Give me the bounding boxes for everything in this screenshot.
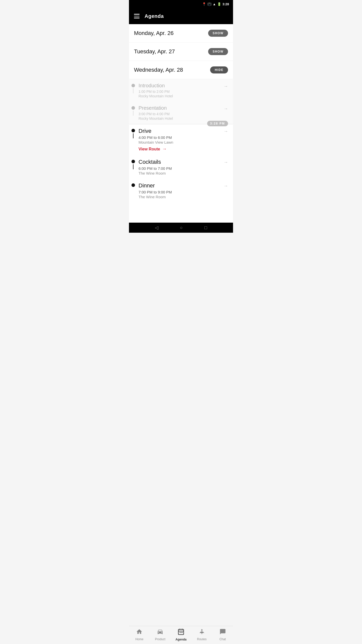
calendar-icon — [177, 628, 185, 637]
event-time-presentation: 3:00 PM to 4:00 PM — [139, 112, 221, 116]
event-title-drive: Drive — [139, 128, 221, 134]
nav-item-agenda[interactable]: Agenda — [171, 628, 192, 641]
event-time-dinner: 7:00 PM to 9:00 PM — [139, 190, 221, 194]
show-button-tuesday[interactable]: SHOW — [208, 48, 228, 55]
timeline-dot-active-drive — [131, 129, 135, 132]
vibrate-icon: 📳 — [207, 2, 211, 6]
timeline-dot-container-drive — [131, 128, 135, 138]
event-item-cocktails[interactable]: Cocktails 6:00 PM to 7:00 PM The Wine Ro… — [129, 155, 233, 179]
hide-button-wednesday[interactable]: HIDE — [210, 66, 228, 73]
timeline-dot-container — [131, 83, 135, 93]
location-icon: 📍 — [202, 2, 206, 6]
status-bar: 📍 📳 ▲ 🔋 3:28 — [129, 0, 233, 8]
view-route-label: View Route — [139, 147, 160, 151]
main-content: Monday, Apr. 26 SHOW Tuesday, Apr. 27 SH… — [129, 24, 233, 223]
hamburger-menu-button[interactable] — [134, 14, 140, 18]
timeline-line-active-drive — [133, 133, 133, 138]
page-title: Agenda — [145, 13, 164, 19]
nav-label-home: Home — [135, 637, 143, 641]
event-location-presentation: Rocky Mountain Hotel — [139, 116, 221, 120]
nav-item-product[interactable]: Product — [150, 628, 171, 641]
show-button-monday[interactable]: SHOW — [208, 30, 228, 37]
nav-item-chat[interactable]: Chat — [212, 628, 233, 641]
event-item-introduction[interactable]: Introduction 1:00 PM to 2:00 PM Rocky Mo… — [129, 79, 233, 102]
time-display: 3:28 — [222, 2, 229, 6]
event-item-drive[interactable]: Drive 4:00 PM to 6:00 PM Mountain View L… — [129, 124, 233, 155]
event-location-cocktails: The Wine Room — [139, 171, 221, 175]
nav-label-product: Product — [155, 637, 165, 641]
day-label-monday: Monday, Apr. 26 — [134, 30, 173, 36]
nav-label-agenda: Agenda — [175, 638, 187, 641]
event-title-presentation: Presentation — [139, 105, 221, 111]
timeline-line-cocktails — [133, 164, 133, 169]
timeline-dot-dinner — [131, 183, 135, 187]
event-arrow-presentation: → — [221, 106, 228, 111]
event-content-presentation: Presentation 3:00 PM to 4:00 PM Rocky Mo… — [139, 105, 221, 120]
home-icon — [136, 628, 143, 636]
active-events-section: Drive 4:00 PM to 6:00 PM Mountain View L… — [129, 124, 233, 203]
android-nav-bar: ◁ ○ □ — [129, 223, 233, 233]
day-label-wednesday: Wednesday, Apr. 28 — [134, 67, 183, 73]
day-row-tuesday: Tuesday, Apr. 27 SHOW — [129, 43, 233, 61]
timeline-line-past-presentation — [133, 111, 133, 116]
nav-label-chat: Chat — [219, 637, 226, 641]
battery-icon: 🔋 — [217, 2, 221, 6]
timeline-dot-container-cocktails — [131, 159, 135, 169]
event-content-dinner: Dinner 7:00 PM to 9:00 PM The Wine Room — [139, 182, 221, 199]
event-content-introduction: Introduction 1:00 PM to 2:00 PM Rocky Mo… — [139, 83, 221, 98]
day-row-monday: Monday, Apr. 26 SHOW — [129, 24, 233, 43]
svg-rect-4 — [179, 632, 180, 633]
event-arrow-cocktails: → — [221, 160, 228, 165]
event-arrow-drive: → — [221, 129, 228, 134]
timeline-line-past — [133, 88, 133, 93]
car-icon — [157, 628, 163, 636]
routes-icon — [199, 628, 205, 636]
event-location-drive: Mountain View Lawn — [139, 140, 221, 144]
timeline-dot-cocktails — [131, 160, 135, 163]
timeline-dot-container-presentation — [131, 105, 135, 116]
back-button[interactable]: ◁ — [155, 225, 158, 230]
hamburger-line — [134, 16, 140, 17]
event-title-cocktails: Cocktails — [139, 159, 221, 165]
chat-icon — [219, 628, 226, 636]
past-events-section: Introduction 1:00 PM to 2:00 PM Rocky Mo… — [129, 79, 233, 124]
event-location-introduction: Rocky Mountain Hotel — [139, 94, 221, 98]
event-time-introduction: 1:00 PM to 2:00 PM — [139, 90, 221, 94]
home-button[interactable]: ○ — [180, 225, 183, 230]
hamburger-line — [134, 14, 140, 15]
signal-icon: ▲ — [213, 2, 216, 6]
recent-button[interactable]: □ — [204, 225, 207, 230]
nav-label-routes: Routes — [197, 637, 207, 641]
event-title-dinner: Dinner — [139, 182, 221, 189]
timeline-dot-past — [131, 84, 135, 87]
timeline-dot-past-presentation — [131, 106, 135, 110]
status-icons: 📍 📳 ▲ 🔋 3:28 — [202, 2, 229, 6]
event-location-dinner: The Wine Room — [139, 195, 221, 199]
app-header: Agenda — [129, 8, 233, 24]
event-time-cocktails: 6:00 PM to 7:00 PM — [139, 166, 221, 171]
event-content-cocktails: Cocktails 6:00 PM to 7:00 PM The Wine Ro… — [139, 159, 221, 175]
timeline-dot-container-dinner — [131, 182, 135, 187]
event-item-dinner[interactable]: Dinner 7:00 PM to 9:00 PM The Wine Room … — [129, 179, 233, 203]
day-row-wednesday: Wednesday, Apr. 28 HIDE — [129, 61, 233, 79]
svg-rect-0 — [178, 629, 184, 634]
event-time-drive: 4:00 PM to 6:00 PM — [139, 135, 221, 140]
event-content-drive: Drive 4:00 PM to 6:00 PM Mountain View L… — [139, 128, 221, 152]
nav-item-home[interactable]: Home — [129, 628, 150, 641]
event-arrow-introduction: → — [221, 84, 228, 89]
hamburger-line — [134, 18, 140, 18]
event-title-introduction: Introduction — [139, 83, 221, 89]
bottom-navigation: Home Product Agenda Routes Chat — [129, 626, 233, 644]
event-arrow-dinner: → — [221, 183, 228, 189]
svg-rect-6 — [182, 632, 183, 633]
view-route-button[interactable]: View Route → — [139, 146, 221, 152]
svg-rect-5 — [181, 632, 182, 633]
route-arrow-icon: → — [162, 146, 167, 152]
day-label-tuesday: Tuesday, Apr. 27 — [134, 48, 175, 55]
nav-item-routes[interactable]: Routes — [191, 628, 212, 641]
